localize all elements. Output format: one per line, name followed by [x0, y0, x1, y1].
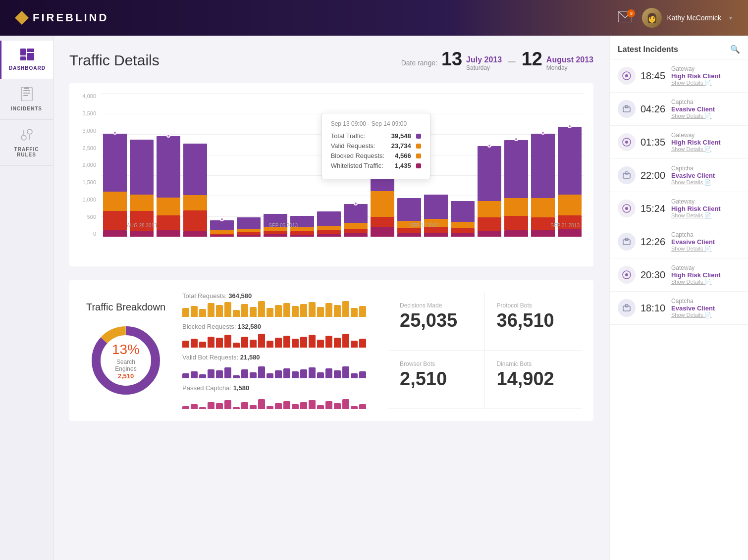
sparkline-bar: [283, 303, 290, 317]
sidebar-item-incidents[interactable]: INCIDENTS: [0, 79, 53, 120]
sparkline-bar: [267, 406, 273, 409]
sidebar-item-dashboard[interactable]: DASHBOARD: [0, 41, 53, 79]
incident-show-details-link[interactable]: Show Details 📄: [671, 279, 740, 285]
sparkline-bar: [241, 369, 248, 378]
stat-decisions-made: Decisions Made 25,035: [388, 292, 485, 351]
chart-container: 4,000 3,500 3,000 2,500 2,000 1,500 1,00…: [69, 83, 593, 266]
sparkline-bar: [300, 402, 307, 409]
breakdown-metrics: Total Requests: 364,580 Blocked Requests…: [182, 292, 376, 409]
captcha-icon: [618, 166, 636, 184]
svg-rect-9: [24, 87, 29, 89]
page-title: Traffic Details: [69, 52, 160, 69]
incident-item: 04:26CaptchaEvasive ClientShow Details 📄: [610, 93, 748, 126]
logo: FIREBLIND: [15, 11, 108, 25]
incident-show-details-link[interactable]: Show Details 📄: [671, 246, 740, 252]
incident-item: 18:45GatewayHigh Risk ClientShow Details…: [610, 59, 748, 93]
svg-rect-1: [20, 49, 26, 55]
sidebar: DASHBOARD INCIDENTS TRAFFIC RULES: [0, 36, 53, 560]
incidents-search-button[interactable]: 🔍: [730, 45, 740, 54]
sparkline-bar: [292, 339, 299, 348]
bar-group: [531, 108, 555, 237]
bar-group: [558, 108, 582, 237]
incident-time: 04:26: [641, 103, 666, 115]
sparkline-bar: [258, 366, 265, 378]
incident-show-details-link[interactable]: Show Details 📄: [671, 113, 740, 119]
sparkline-bar: [309, 400, 316, 409]
sidebar-incidents-label: INCIDENTS: [11, 106, 42, 111]
incident-show-details-link[interactable]: Show Details 📄: [671, 146, 740, 153]
bar-group: [130, 108, 154, 237]
metric-blocked-requests: Blocked Requests: 132,580: [182, 323, 376, 348]
dot-blocked: [416, 153, 421, 158]
bar-group: [290, 108, 314, 237]
breakdown-section: Traffic Breakdown 13% Search Engines 2,5…: [69, 280, 593, 421]
sparkline-bar: [208, 337, 214, 348]
avatar: 👩: [642, 8, 662, 28]
incident-type: Evasive Client: [671, 238, 740, 246]
top-nav: FIREBLIND 9 👩 Kathy McCormick ▼: [0, 0, 748, 36]
incident-time: 01:35: [641, 137, 666, 148]
logo-icon: [15, 11, 29, 25]
sparkline-bar: [325, 401, 332, 409]
mail-badge: 9: [627, 9, 635, 17]
bar-group: [478, 108, 501, 237]
captcha-icon: [618, 233, 636, 251]
svg-rect-2: [27, 49, 34, 52]
incident-show-details-link[interactable]: Show Details 📄: [671, 179, 740, 186]
sparkline-bar: [359, 404, 366, 409]
incident-details: GatewayHigh Risk ClientShow Details 📄: [671, 65, 740, 86]
sparkline-bar: [250, 307, 257, 317]
donut-pct: 13%: [106, 341, 146, 357]
sparkline-bar: [359, 339, 366, 348]
incident-show-details-link[interactable]: Show Details 📄: [671, 312, 740, 318]
stat-browser-bots: Browser Bots 2,510: [388, 351, 485, 409]
sparkline-bar: [258, 301, 265, 317]
sparkline-bar: [309, 335, 316, 348]
date-end-month: August 2013: [546, 55, 593, 64]
tooltip-row-3: Blocked Requests: 4,566: [331, 152, 421, 159]
sparkline-bar: [292, 306, 299, 317]
bar-group: [504, 108, 528, 237]
sparkline-bar: [351, 406, 358, 409]
sparkline-bar: [182, 373, 189, 378]
sparkline-blocked: [182, 332, 376, 348]
incident-show-details-link[interactable]: Show Details 📄: [671, 212, 740, 219]
sparkline-bar: [216, 305, 223, 317]
date-start-day: Saturday: [466, 64, 502, 71]
sparkline-bar: [300, 369, 307, 378]
donut-name: Search Engines: [106, 358, 146, 372]
incident-item: 12:26CaptchaEvasive ClientShow Details 📄: [610, 225, 748, 258]
incident-time: 15:24: [641, 203, 666, 214]
sparkline-bar: [267, 341, 273, 348]
gateway-icon: [618, 67, 636, 85]
incident-show-details-link[interactable]: Show Details 📄: [671, 80, 740, 86]
sparkline-bar: [224, 302, 231, 317]
sparkline-bar: [250, 405, 257, 409]
incident-time: 20:30: [641, 269, 666, 281]
sparkline-bar: [317, 372, 324, 378]
donut-label: 13% Search Engines 2,510: [106, 341, 146, 379]
sparkline-bar: [325, 368, 332, 378]
sparkline-bar: [258, 399, 265, 409]
sparkline-bar: [199, 407, 206, 409]
chart-x-labels: AUG 28 2013 SEP 05 2013 SEP 13 2013 SEP …: [123, 223, 584, 237]
sparkline-bar: [309, 367, 316, 378]
sparkline-bar: [334, 338, 341, 348]
sidebar-item-traffic-rules[interactable]: TRAFFIC RULES: [0, 120, 53, 166]
user-menu[interactable]: 👩 Kathy McCormick ▼: [642, 8, 733, 28]
incident-item: 01:35GatewayHigh Risk ClientShow Details…: [610, 126, 748, 159]
sparkline-bar: [359, 371, 366, 378]
incident-source: Captcha: [671, 165, 740, 172]
incident-details: GatewayHigh Risk ClientShow Details 📄: [671, 132, 740, 153]
incidents-list: 18:45GatewayHigh Risk ClientShow Details…: [610, 59, 748, 325]
incident-type: Evasive Client: [671, 305, 740, 312]
chart-area: 4,000 3,500 3,000 2,500 2,000 1,500 1,00…: [79, 93, 584, 252]
sparkline-bar: [241, 337, 248, 348]
sparkline-bar: [233, 375, 240, 378]
sparkline-captcha: [182, 393, 376, 409]
svg-point-22: [625, 141, 628, 144]
mail-button[interactable]: 9: [618, 11, 632, 24]
app-body: DASHBOARD INCIDENTS TRAFFIC RULES Traffi…: [0, 36, 748, 560]
sparkline-bar: [182, 341, 189, 348]
metric-passed-captcha: Passed Captcha: 1,580: [182, 384, 376, 409]
